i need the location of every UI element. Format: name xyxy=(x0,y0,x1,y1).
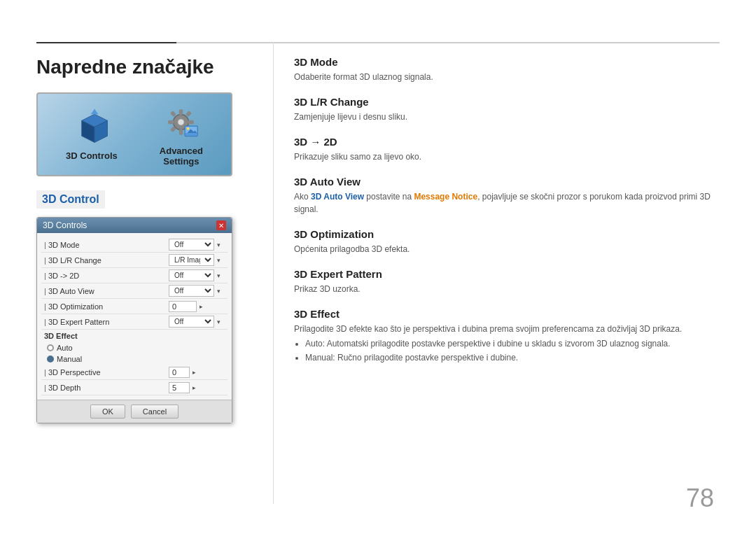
row-value-3d-2d: Off ▾ xyxy=(169,269,225,281)
right-column: 3D Mode Odaberite format 3D ulaznog sign… xyxy=(294,56,720,377)
cube-icon xyxy=(72,108,111,146)
row-value-auto-view: Off ▾ xyxy=(169,285,225,297)
row-value-expert-pattern: Off ▾ xyxy=(169,316,225,328)
dialog-row-expert-pattern: 3D Expert Pattern Off ▾ xyxy=(41,314,227,330)
radio-manual-label: Manual xyxy=(57,355,82,363)
auto-bullet-link: Auto xyxy=(305,339,323,349)
dialog-row-3d-2d: 3D -> 2D Off ▾ xyxy=(41,268,227,283)
radio-auto[interactable] xyxy=(47,344,54,351)
3d-effect-section-label: 3D Effect xyxy=(41,330,227,342)
feature-auto-view: 3D Auto View Ako 3D Auto View postavite … xyxy=(294,176,720,216)
cancel-button[interactable]: Cancel xyxy=(131,405,178,419)
bullet-auto: Auto: Automatski prilagodite postavke pe… xyxy=(305,338,720,350)
feature-title-expert-pattern: 3D Expert Pattern xyxy=(294,268,720,280)
svg-rect-9 xyxy=(169,120,174,124)
page-title: Napredne značajke xyxy=(36,56,260,78)
feature-desc-optimization: Općenita prilagodba 3D efekta. xyxy=(294,243,720,255)
icon-panel: 3D Controls xyxy=(36,92,232,176)
radio-row-auto: Auto xyxy=(41,342,227,353)
row-label-auto-view: 3D Auto View xyxy=(44,287,169,295)
dialog-close-button[interactable]: ✕ xyxy=(216,220,226,230)
ok-button[interactable]: OK xyxy=(90,405,125,419)
gear-icon xyxy=(162,103,200,141)
feature-title-optimization: 3D Optimization xyxy=(294,228,720,240)
radio-manual[interactable] xyxy=(47,356,54,363)
section-header: 3D Control xyxy=(36,190,105,209)
perspective-arrow[interactable]: ▸ xyxy=(192,369,196,376)
3d-controls-label: 3D Controls xyxy=(66,150,118,161)
feature-desc-lr-change: Zamjenjuje lijevu i desnu sliku. xyxy=(294,111,720,123)
feature-desc-auto-view: Ako 3D Auto View postavite na Message No… xyxy=(294,190,720,216)
3d-controls-dialog: 3D Controls ✕ 3D Mode Off ▾ 3D L/R Chang… xyxy=(36,217,232,423)
row-label-perspective: 3D Perspective xyxy=(44,368,169,377)
svg-point-6 xyxy=(178,118,184,125)
auto-view-arrow[interactable]: ▾ xyxy=(217,288,220,295)
row-value-lr-change: L/R Image ▾ xyxy=(169,254,225,266)
vertical-divider xyxy=(273,42,274,504)
3d-effect-bullet-list: Auto: Automatski prilagodite postavke pe… xyxy=(294,338,720,364)
svg-point-18 xyxy=(187,127,190,129)
feature-title-auto-view: 3D Auto View xyxy=(294,176,720,188)
dialog-row-auto-view: 3D Auto View Off ▾ xyxy=(41,283,227,299)
dialog-row-perspective: 3D Perspective 0 ▸ xyxy=(41,365,227,380)
lr-change-arrow[interactable]: ▾ xyxy=(217,257,220,264)
feature-desc-3d-mode: Odaberite format 3D ulaznog signala. xyxy=(294,71,720,83)
3d-2d-select[interactable]: Off xyxy=(169,269,214,281)
row-label-3d-mode: 3D Mode xyxy=(44,241,169,249)
dialog-row-3d-mode: 3D Mode Off ▾ xyxy=(41,237,227,253)
perspective-value: 0 xyxy=(169,367,190,378)
svg-rect-10 xyxy=(188,120,194,124)
3d-controls-icon-item: 3D Controls xyxy=(66,108,118,161)
depth-arrow[interactable]: ▸ xyxy=(192,384,196,391)
feature-desc-expert-pattern: Prikaz 3D uzorka. xyxy=(294,283,720,295)
row-label-3d-2d: 3D -> 2D xyxy=(44,272,169,280)
feature-3d-2d: 3D → 2D Prikazuje sliku samo za lijevo o… xyxy=(294,136,720,163)
feature-title-3d-effect: 3D Effect xyxy=(294,308,720,320)
feature-3d-effect: 3D Effect Prilagodite 3D efekte kao što … xyxy=(294,308,720,364)
svg-rect-11 xyxy=(170,111,176,117)
3d-mode-select[interactable]: Off xyxy=(169,239,214,251)
row-value-optimization: 0 ▸ xyxy=(169,301,225,312)
radio-auto-label: Auto xyxy=(57,344,73,352)
svg-rect-8 xyxy=(179,129,183,134)
row-label-depth: 3D Depth xyxy=(44,384,169,392)
feature-lr-change: 3D L/R Change Zamjenjuje lijevu i desnu … xyxy=(294,96,720,123)
dialog-body: 3D Mode Off ▾ 3D L/R Change L/R Image ▾ xyxy=(37,233,232,400)
row-value-perspective: 0 ▸ xyxy=(169,367,225,378)
bullet-manual: Manual: Ručno prilagodite postavke persp… xyxy=(305,352,720,364)
feature-desc-3d-2d: Prikazuje sliku samo za lijevo oko. xyxy=(294,150,720,163)
dialog-title: 3D Controls xyxy=(43,220,87,230)
svg-rect-12 xyxy=(186,111,192,117)
message-notice-link: Message Notice xyxy=(414,192,477,202)
feature-3d-mode: 3D Mode Odaberite format 3D ulaznog sign… xyxy=(294,56,720,83)
page-number: 78 xyxy=(686,484,714,513)
auto-view-link: 3D Auto View xyxy=(311,192,364,202)
left-column: Napredne značajke 3D Controls xyxy=(36,56,260,423)
lr-change-select[interactable]: L/R Image xyxy=(169,254,214,266)
3d-mode-arrow[interactable]: ▾ xyxy=(217,241,220,248)
svg-rect-7 xyxy=(179,109,183,115)
dialog-footer: OK Cancel xyxy=(37,400,232,423)
row-label-expert-pattern: 3D Expert Pattern xyxy=(44,318,169,326)
auto-view-select[interactable]: Off xyxy=(169,285,214,297)
dialog-row-depth: 3D Depth 5 ▸ xyxy=(41,380,227,395)
expert-pattern-select[interactable]: Off xyxy=(169,316,214,328)
depth-value: 5 xyxy=(169,382,190,393)
optimization-value: 0 xyxy=(169,301,197,312)
3d-2d-arrow[interactable]: ▾ xyxy=(217,272,220,279)
feature-title-3d-mode: 3D Mode xyxy=(294,56,720,68)
feature-title-3d-2d: 3D → 2D xyxy=(294,136,720,148)
manual-bullet-link: Manual xyxy=(305,353,332,363)
row-value-depth: 5 ▸ xyxy=(169,382,225,393)
feature-expert-pattern: 3D Expert Pattern Prikaz 3D uzorka. xyxy=(294,268,720,295)
feature-desc-3d-effect: Prilagodite 3D efekte kao što je perspek… xyxy=(294,323,720,335)
feature-optimization: 3D Optimization Općenita prilagodba 3D e… xyxy=(294,228,720,255)
advanced-settings-icon-item: AdvancedSettings xyxy=(160,103,203,167)
top-line xyxy=(36,42,720,43)
dialog-row-optimization: 3D Optimization 0 ▸ xyxy=(41,299,227,314)
row-label-lr-change: 3D L/R Change xyxy=(44,256,169,265)
dialog-row-lr-change: 3D L/R Change L/R Image ▾ xyxy=(41,253,227,268)
expert-pattern-arrow[interactable]: ▾ xyxy=(217,318,220,325)
feature-title-lr-change: 3D L/R Change xyxy=(294,96,720,108)
optimization-arrow[interactable]: ▸ xyxy=(200,303,203,310)
